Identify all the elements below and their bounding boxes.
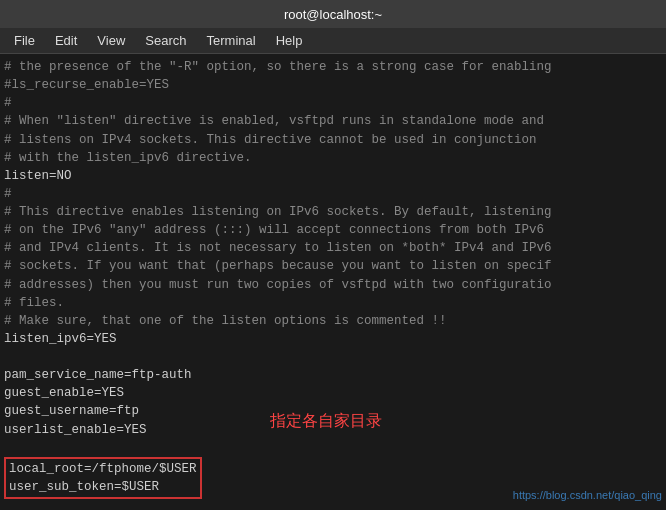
line-12: # sockets. If you want that (perhaps bec… bbox=[4, 257, 662, 275]
menu-file[interactable]: File bbox=[4, 31, 45, 50]
menu-search[interactable]: Search bbox=[135, 31, 196, 50]
line-3: # bbox=[4, 94, 662, 112]
line-13: # addresses) then you must run two copie… bbox=[4, 276, 662, 294]
line-10: # on the IPv6 "any" address (:::) will a… bbox=[4, 221, 662, 239]
line-17 bbox=[4, 348, 662, 366]
line-9: # This directive enables listening on IP… bbox=[4, 203, 662, 221]
line-1: # the presence of the "-R" option, so th… bbox=[4, 58, 662, 76]
line-2: #ls_recurse_enable=YES bbox=[4, 76, 662, 94]
line-15: # Make sure, that one of the listen opti… bbox=[4, 312, 662, 330]
line-5: # listens on IPv4 sockets. This directiv… bbox=[4, 131, 662, 149]
watermark: https://blog.csdn.net/qiao_qing bbox=[513, 488, 662, 504]
menu-bar: File Edit View Search Terminal Help bbox=[0, 28, 666, 54]
line-22 bbox=[4, 439, 662, 457]
annotation-text: 指定各自家目录 bbox=[270, 409, 382, 432]
menu-help[interactable]: Help bbox=[266, 31, 313, 50]
window-title: root@localhost:~ bbox=[284, 7, 382, 22]
menu-edit[interactable]: Edit bbox=[45, 31, 87, 50]
line-11: # and IPv4 clients. It is not necessary … bbox=[4, 239, 662, 257]
line-4: # When "listen" directive is enabled, vs… bbox=[4, 112, 662, 130]
line-16: listen_ipv6=YES bbox=[4, 330, 662, 348]
line-14: # files. bbox=[4, 294, 662, 312]
title-bar: root@localhost:~ bbox=[0, 0, 666, 28]
line-8: # bbox=[4, 185, 662, 203]
line-23: local_root=/ftphome/$USER bbox=[9, 460, 197, 478]
terminal-content[interactable]: # the presence of the "-R" option, so th… bbox=[0, 54, 666, 510]
menu-terminal[interactable]: Terminal bbox=[197, 31, 266, 50]
highlighted-config-block: local_root=/ftphome/$USER user_sub_token… bbox=[4, 457, 202, 499]
line-24: user_sub_token=$USER bbox=[9, 478, 197, 496]
line-18: pam_service_name=ftp-auth bbox=[4, 366, 662, 384]
line-6: # with the listen_ipv6 directive. bbox=[4, 149, 662, 167]
menu-view[interactable]: View bbox=[87, 31, 135, 50]
line-19: guest_enable=YES bbox=[4, 384, 662, 402]
line-7: listen=NO bbox=[4, 167, 662, 185]
